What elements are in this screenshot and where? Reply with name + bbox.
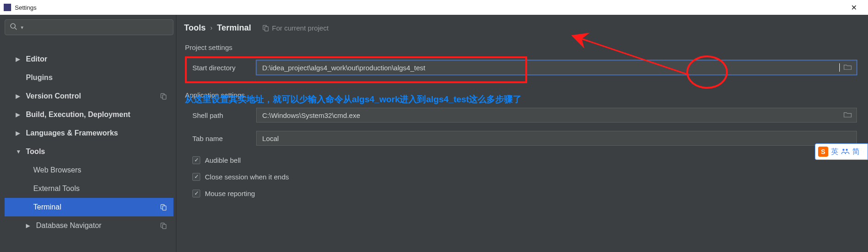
- close-icon: ✕: [851, 3, 857, 12]
- breadcrumb-root[interactable]: Tools: [184, 23, 206, 33]
- application-settings-form: Shell path C:\Windows\System32\cmd.exe T…: [192, 104, 857, 202]
- scope-note: For current project: [262, 24, 329, 32]
- checkbox-label: Mouse reporting: [205, 190, 255, 197]
- sidebar-item-label: External Tools: [33, 184, 80, 193]
- triangle-right-icon: ▶: [16, 130, 23, 136]
- shell-path-value: C:\Windows\System32\cmd.exe: [262, 111, 840, 119]
- svg-line-1: [15, 28, 17, 30]
- svg-point-12: [846, 148, 848, 150]
- sidebar-item-plugins[interactable]: Plugins: [5, 68, 173, 87]
- search-icon: [10, 23, 17, 32]
- ime-widget[interactable]: S 英 简: [815, 143, 868, 160]
- sidebar-item-database-navigator[interactable]: ▶ Database Navigator: [5, 216, 173, 235]
- sidebar-item-label: Languages & Frameworks: [26, 129, 118, 137]
- triangle-right-icon: ▶: [16, 111, 23, 118]
- ime-badge-icon: S: [818, 147, 828, 157]
- checkbox-checked-icon: ✓: [192, 156, 200, 164]
- sidebar-item-label: Version Control: [26, 92, 81, 100]
- checkbox-checked-icon: ✓: [192, 173, 200, 181]
- tab-name-value: Local: [262, 135, 852, 142]
- sidebar-item-languages-frameworks[interactable]: ▶ Languages & Frameworks: [5, 124, 173, 142]
- project-scope-icon: [262, 25, 269, 31]
- project-scope-icon: [160, 204, 167, 211]
- start-directory-value: D:\idea_project\algs4_work\out\productio…: [262, 64, 839, 72]
- sidebar-item-label: Web Browsers: [33, 166, 81, 174]
- checkbox-checked-icon: ✓: [192, 190, 200, 197]
- browse-folder-icon[interactable]: [840, 111, 852, 119]
- shell-path-row: Shell path C:\Windows\System32\cmd.exe: [192, 104, 857, 127]
- application-settings-label: Application settings: [185, 91, 868, 99]
- settings-tree: Keymap ▶ Editor Plugins ▶ Version Contro…: [5, 39, 173, 235]
- shell-path-input[interactable]: C:\Windows\System32\cmd.exe: [256, 108, 857, 123]
- sidebar-item-label: Database Navigator: [36, 221, 101, 230]
- sidebar-item-label: Build, Execution, Deployment: [26, 111, 130, 119]
- start-directory-input[interactable]: D:\idea_project\algs4_work\out\productio…: [256, 60, 857, 75]
- audible-bell-checkbox[interactable]: ✓ Audible bell: [192, 152, 857, 168]
- breadcrumb: Tools › Terminal For current project: [181, 19, 868, 36]
- window-titlebar: Settings ✕: [0, 0, 868, 15]
- triangle-right-icon: ▶: [16, 56, 23, 62]
- project-scope-icon: [160, 93, 167, 100]
- breadcrumb-separator-icon: ›: [210, 24, 213, 31]
- svg-point-0: [11, 24, 15, 28]
- svg-rect-5: [163, 206, 166, 210]
- browse-folder-icon[interactable]: [840, 64, 852, 72]
- tab-name-input[interactable]: Local: [256, 131, 857, 146]
- start-directory-label: Start directory: [192, 64, 256, 72]
- chevron-down-icon: ▾: [21, 25, 24, 31]
- svg-rect-9: [265, 26, 269, 31]
- ime-language[interactable]: 英: [831, 147, 838, 157]
- sidebar-item-label: Tools: [26, 148, 45, 156]
- tab-name-row: Tab name Local: [192, 127, 857, 150]
- sidebar-item-label: Terminal: [33, 203, 61, 211]
- sidebar-item-web-browsers[interactable]: Web Browsers: [5, 161, 173, 179]
- sidebar-item-editor[interactable]: ▶ Editor: [5, 50, 173, 68]
- checkbox-label: Audible bell: [205, 156, 241, 164]
- checkbox-label: Close session when it ends: [205, 173, 289, 181]
- checkbox-group: ✓ Audible bell ✓ Close session when it e…: [192, 152, 857, 202]
- project-settings-label: Project settings: [185, 43, 868, 51]
- project-scope-icon: [160, 222, 167, 229]
- sidebar-item-build-execution-deployment[interactable]: ▶ Build, Execution, Deployment: [5, 105, 173, 124]
- sidebar-item-tools[interactable]: ▼ Tools: [5, 142, 173, 161]
- sidebar-item-label: Editor: [26, 55, 47, 63]
- breadcrumb-leaf: Terminal: [217, 23, 251, 33]
- svg-point-11: [843, 148, 844, 150]
- sidebar-item-terminal[interactable]: Terminal: [5, 198, 173, 216]
- settings-search-input[interactable]: ▾: [5, 19, 173, 35]
- window-title: Settings: [15, 4, 37, 11]
- sidebar-item-label: Plugins: [26, 74, 53, 82]
- ime-mode[interactable]: 简: [852, 147, 860, 157]
- sidebar-item-keymap[interactable]: Keymap: [5, 39, 173, 50]
- svg-rect-3: [163, 95, 166, 99]
- settings-sidebar: ▾ Keymap ▶ Editor Plugins ▶ Version Cont…: [5, 19, 173, 252]
- sidebar-item-external-tools[interactable]: External Tools: [5, 179, 173, 198]
- window-close-button[interactable]: ✕: [843, 0, 864, 15]
- app-icon: [4, 4, 11, 11]
- triangle-down-icon: ▼: [16, 148, 23, 155]
- settings-content: Tools › Terminal For current project Pro…: [181, 19, 868, 252]
- scope-note-text: For current project: [272, 24, 329, 32]
- triangle-right-icon: ▶: [16, 93, 23, 99]
- tab-name-label: Tab name: [192, 135, 256, 142]
- ime-people-icon[interactable]: [841, 148, 850, 156]
- settings-body: ▾ Keymap ▶ Editor Plugins ▶ Version Cont…: [0, 15, 868, 252]
- sidebar-splitter[interactable]: [176, 15, 177, 252]
- start-directory-row: Start directory D:\idea_project\algs4_wo…: [192, 56, 857, 79]
- project-settings-form: Start directory D:\idea_project\algs4_wo…: [192, 56, 857, 79]
- svg-rect-7: [163, 224, 166, 228]
- mouse-reporting-checkbox[interactable]: ✓ Mouse reporting: [192, 185, 857, 202]
- close-session-checkbox[interactable]: ✓ Close session when it ends: [192, 168, 857, 185]
- shell-path-label: Shell path: [192, 111, 256, 119]
- triangle-right-icon: ▶: [26, 222, 33, 229]
- sidebar-item-version-control[interactable]: ▶ Version Control: [5, 87, 173, 105]
